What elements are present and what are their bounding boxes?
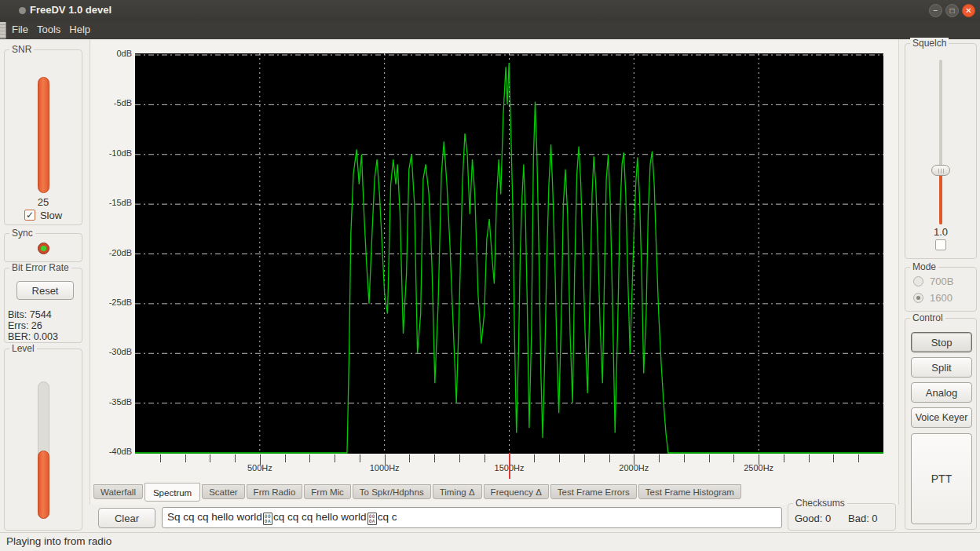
split-button[interactable]: Split (911, 357, 972, 378)
checksums-group: Checksums Good: 0 Bad: 0 (788, 503, 896, 531)
statusbar: Playing into from radio (0, 532, 980, 551)
radio-icon[interactable] (913, 276, 923, 286)
frequency-cursor (509, 453, 510, 479)
x-axis-tick (434, 454, 435, 462)
x-axis-tick (809, 454, 810, 462)
squelch-label: Squelch (910, 38, 949, 49)
x-axis-tick (833, 454, 834, 462)
sync-label: Sync (9, 228, 35, 239)
menu-file[interactable]: File (12, 24, 28, 35)
radio-label: 700B (930, 276, 953, 287)
mode-option-1600[interactable]: 1600 (913, 292, 953, 304)
y-axis-label: -10dB (88, 148, 132, 158)
tab-scatter[interactable]: Scatter (202, 484, 244, 499)
tab-test-frame-errors[interactable]: Test Frame Errors (550, 484, 637, 499)
x-axis-tick (260, 454, 261, 465)
x-axis-tick (235, 454, 236, 462)
tx-text-input[interactable]: Sq cq cq hello world000Acq cq cq hello w… (162, 507, 782, 528)
x-axis-tick (759, 454, 759, 465)
x-axis-tick (335, 454, 335, 462)
x-axis-tick (858, 454, 859, 462)
maximize-button[interactable]: □ (945, 4, 959, 17)
x-axis-tick (360, 454, 360, 462)
level-label: Level (9, 343, 37, 354)
x-axis-tick (385, 454, 386, 465)
y-axis-label: -15dB (88, 198, 132, 207)
squelch-group: Squelch 1.0 (905, 43, 977, 259)
tab-test-frame-histogram[interactable]: Test Frame Histogram (638, 484, 741, 499)
reset-button[interactable]: Reset (16, 281, 74, 300)
y-axis-label: 0dB (88, 49, 132, 58)
stop-button[interactable]: Stop (911, 332, 972, 352)
menubar: FileToolsHelp (0, 21, 980, 39)
spectrum-trace (135, 63, 883, 453)
tx-text-segment: cq c (378, 511, 397, 523)
x-axis-tick (485, 454, 485, 462)
mode-option-700b[interactable]: 700B (913, 276, 953, 287)
x-axis-tick (534, 454, 535, 462)
x-axis-tick (309, 454, 310, 462)
tab-waterfall[interactable]: Waterfall (93, 484, 143, 499)
checksums-bad: Bad: 0 (848, 513, 878, 524)
y-axis-label: -25dB (88, 297, 132, 307)
x-axis-tick (784, 454, 784, 462)
tx-text-segment: Sq cq cq hello world (167, 511, 262, 523)
menu-grip-icon[interactable] (0, 22, 6, 38)
x-axis-tick (285, 454, 286, 462)
x-axis-tick (684, 454, 685, 462)
app-icon (19, 7, 26, 14)
tab-spectrum[interactable]: Spectrum (144, 483, 200, 502)
x-axis-tick (609, 454, 610, 462)
x-axis-tick (160, 454, 161, 462)
level-group: Level (4, 348, 82, 531)
tab-timing[interactable]: Timing Δ (433, 484, 482, 499)
slow-checkbox[interactable]: ✓ (24, 210, 35, 221)
control-char-glyph: 000A (263, 513, 272, 525)
mode-label: Mode (910, 261, 938, 272)
sync-group: Sync (4, 233, 82, 262)
snr-value: 25 (5, 196, 82, 208)
snr-gauge (38, 77, 49, 193)
checksums-good: Good: 0 (795, 513, 831, 524)
x-axis-tick (459, 454, 460, 462)
x-axis-tick (210, 454, 210, 462)
y-axis-label: -30dB (88, 347, 132, 356)
control-label: Control (910, 312, 945, 323)
radio-icon[interactable] (913, 293, 923, 303)
titlebar[interactable]: FreeDV 1.0 devel − □ ✕ (0, 0, 980, 21)
squelch-slider-handle[interactable] (931, 165, 950, 176)
tab-to-spkr-hdphns[interactable]: To Spkr/Hdphns (353, 484, 431, 499)
level-gauge-fill (38, 451, 49, 519)
snr-label: SNR (9, 44, 34, 55)
y-axis-label: -35dB (88, 397, 132, 407)
menu-tools[interactable]: Tools (37, 24, 60, 35)
clear-button[interactable]: Clear (98, 508, 155, 528)
menu-help[interactable]: Help (69, 24, 90, 35)
x-axis-tick (409, 454, 410, 462)
tab-frm-mic[interactable]: Frm Mic (304, 484, 351, 499)
mode-group: Mode 700B1600 (905, 267, 977, 312)
level-gauge (38, 381, 49, 519)
control-group: Control StopSplitAnalogVoice Keyer PTT (905, 318, 977, 530)
voice-keyer-button[interactable]: Voice Keyer (911, 407, 972, 428)
analog-button[interactable]: Analog (911, 382, 972, 403)
ptt-button[interactable]: PTT (911, 433, 972, 524)
squelch-value: 1.0 (905, 226, 976, 238)
snr-group: SNR 25 ✓ Slow (4, 49, 82, 225)
minimize-button[interactable]: − (929, 4, 942, 17)
tx-text-segment: cq cq cq hello world (273, 511, 367, 523)
x-axis-tick (634, 454, 634, 465)
y-axis-label: -20dB (88, 248, 132, 257)
squelch-checkbox[interactable] (935, 239, 946, 250)
x-axis-tick (659, 454, 660, 462)
tab-frequency[interactable]: Frequency Δ (484, 484, 549, 499)
squelch-slider-fill (939, 170, 942, 224)
tabbar: WaterfallSpectrumScatterFrm RadioFrm Mic… (93, 483, 743, 502)
tab-frm-radio[interactable]: Frm Radio (247, 484, 303, 499)
radio-label: 1600 (930, 292, 953, 304)
x-axis-tick (733, 454, 734, 462)
spectrum-svg (135, 53, 883, 454)
close-button[interactable]: ✕ (962, 4, 975, 17)
freedv-window: FreeDV 1.0 devel − □ ✕ FileToolsHelp SNR… (0, 0, 980, 551)
spectrum-plot (135, 53, 883, 454)
